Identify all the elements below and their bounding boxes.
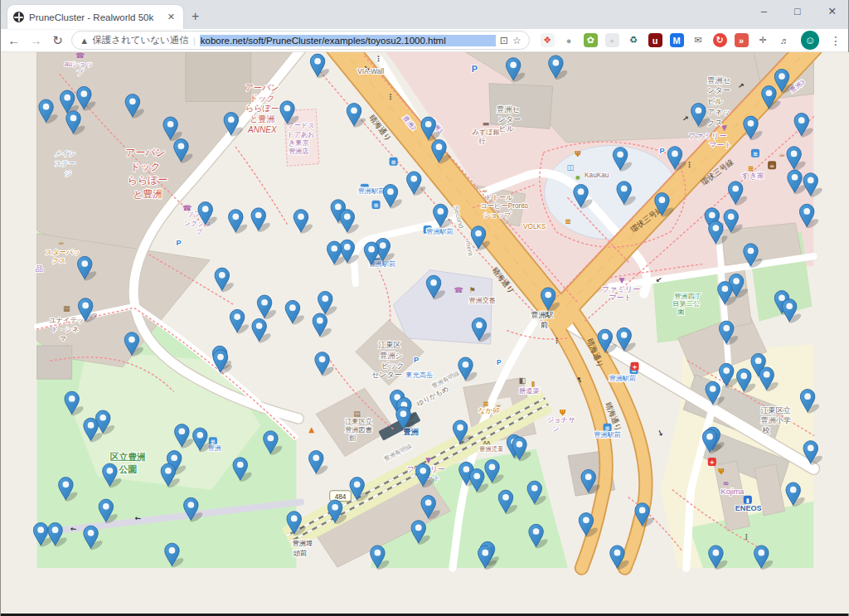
map-label: みずほ銀 [472, 129, 499, 136]
ext-mail[interactable]: ✉ [691, 33, 706, 47]
close-button[interactable]: ✕ [828, 5, 837, 17]
ext-fastforward[interactable]: » [735, 33, 749, 47]
svg-text:◫: ◫ [566, 163, 574, 172]
map-label: 豊洲四丁 [674, 293, 702, 300]
bus-icon: ≡ [372, 201, 381, 209]
map-label: P [414, 356, 419, 364]
map-label: ンター [498, 115, 522, 124]
signal-icon: ⋮ [686, 161, 693, 169]
map-label: 豊洲交番 [468, 296, 496, 304]
map-label: アーバン [245, 83, 279, 92]
svg-text:☕: ☕ [481, 186, 488, 194]
svg-text:≡: ≡ [391, 158, 396, 166]
map-label: 頭前 [294, 550, 307, 557]
map-viewport[interactable]: ≡≡≡≡≡≡≡≡≡☕☕☕☕☕ΨΨΨ≡≡≡≡▼▼▼▤▲▦☎☎☎⚑ΛΛ▮◧++▮∞◫… [1, 52, 849, 614]
bookmark-star-icon[interactable]: ☆ [512, 35, 522, 46]
ext-colorful[interactable]: ❖ [541, 33, 555, 47]
map-label: プ [196, 228, 203, 235]
chrome-menu-icon[interactable]: ⋮ [830, 34, 842, 47]
cross-icon: + [708, 458, 716, 466]
map-label: ENEOS [735, 504, 762, 512]
map-canvas[interactable]: ≡≡≡≡≡≡≡≡≡☕☕☕☕☕ΨΨΨ≡≡≡≡▼▼▼▤▲▦☎☎☎⚑ΛΛ▮◧++▮∞◫… [1, 52, 849, 614]
map-label: auショッ [65, 61, 93, 68]
map-label: アネッ [707, 108, 730, 116]
map-label: 区立豊洲 [109, 452, 146, 462]
svg-text:+: + [632, 363, 637, 371]
svg-text:●: ● [575, 174, 580, 181]
minimize-button[interactable]: – [761, 6, 767, 17]
ext-green-leaf[interactable]: ✿ [584, 33, 598, 47]
ext-puzzle[interactable]: ✛ [756, 33, 770, 47]
map-label: P [472, 64, 478, 74]
svg-text:⋮: ⋮ [386, 93, 394, 101]
svg-text:☕: ☕ [58, 238, 65, 246]
map-label: マ [59, 335, 65, 342]
map-label: 江東区立 [345, 417, 372, 425]
map-label: ドトール [485, 194, 513, 201]
map-label: ファミリー [688, 132, 726, 140]
maximize-button[interactable]: □ [794, 6, 801, 17]
back-button[interactable]: ← [6, 33, 22, 47]
ext-line[interactable]: ● [562, 33, 576, 47]
map-label: VOLKS [523, 223, 546, 230]
map-label: 江東区 [378, 341, 400, 349]
door-icon: ◧ [519, 376, 526, 385]
map-label: スターバッ [46, 249, 80, 256]
new-tab-button[interactable]: + [192, 9, 199, 24]
phone-icon: ☎ [75, 52, 85, 60]
bank-icon: ▬ [483, 119, 490, 128]
svg-text:∞: ∞ [722, 479, 729, 487]
map-label: ジ [65, 170, 71, 177]
ext-ublock-shield[interactable]: u [648, 33, 662, 47]
map-label: なか卯 [478, 407, 499, 415]
map-label: ビル [707, 97, 723, 105]
profile-avatar[interactable]: ☺ [801, 31, 819, 50]
cupbox-icon: ☕ [768, 161, 776, 169]
svg-text:⋮: ⋮ [375, 55, 382, 63]
map-label: 豊洲駅前 [609, 375, 636, 382]
flag-icon: ⚑ [469, 286, 476, 294]
map-label: マート [709, 141, 732, 149]
ext-red-refresh[interactable]: ↻ [713, 33, 727, 47]
svg-text:▦: ▦ [63, 304, 70, 313]
extensions-row: ❖●✿▫♻uM✉↻»✛♬ [541, 33, 792, 47]
security-warning-text: 保護されていない通信 [92, 34, 189, 46]
map-label: ビック [381, 361, 405, 370]
map-label: と豊洲 [133, 188, 163, 200]
film-icon: ▦ [63, 304, 70, 313]
tab-title: PruneCluster - Realworld 50k [29, 12, 160, 22]
map-label: P [497, 359, 502, 366]
send-to-device-icon[interactable]: ⊡ [500, 35, 508, 46]
fork-icon: Ψ [560, 409, 566, 417]
address-bar[interactable]: ▲ 保護されていない通信 | kobore.net/soft/PruneClus… [71, 31, 529, 50]
ext-m-blue[interactable]: M [670, 33, 684, 47]
ext-gray-small[interactable]: ▫ [605, 33, 619, 47]
svg-text:Ψ: Ψ [575, 150, 581, 158]
title-bar: PruneCluster - Realworld 50k ✕ + – □ ✕ [1, 0, 848, 29]
browser-tab[interactable]: PruneCluster - Realworld 50k ✕ [7, 5, 183, 29]
cup-icon: ☕ [481, 186, 488, 194]
map-label: 豊洲駅 [531, 311, 553, 319]
book-icon: ▤ [353, 410, 361, 419]
map-label: 豊洲図書 [345, 426, 372, 434]
ext-recycle[interactable]: ♻ [627, 33, 641, 47]
map-label: ンター [707, 86, 730, 95]
map-label: P [177, 239, 182, 247]
burger-icon: ≡ [565, 217, 571, 226]
ext-playlist-music[interactable]: ♬ [778, 33, 792, 47]
tab-close-icon[interactable]: ✕ [165, 11, 177, 23]
signal-icon: ⋮ [386, 93, 394, 101]
flame-icon: ▲ [308, 425, 314, 434]
svg-text:☕: ☕ [769, 162, 775, 169]
forward-button[interactable]: → [27, 33, 43, 47]
map-label: 豊洲駅前 [358, 187, 386, 195]
url-text-selected[interactable]: kobore.net/soft/PruneCluster/examples/to… [200, 35, 496, 46]
svg-text:▼: ▼ [425, 456, 431, 464]
svg-text:→: → [134, 514, 142, 523]
map-label: 膳道楽 [519, 386, 540, 395]
security-warning[interactable]: ▲ 保護されていない通信 [80, 34, 189, 46]
map-label: 豊洲セ [707, 76, 730, 85]
map-label: 豊洲店 [289, 148, 309, 155]
reload-button[interactable]: ↻ [50, 33, 65, 48]
basket-icon: ▼ [619, 276, 624, 284]
